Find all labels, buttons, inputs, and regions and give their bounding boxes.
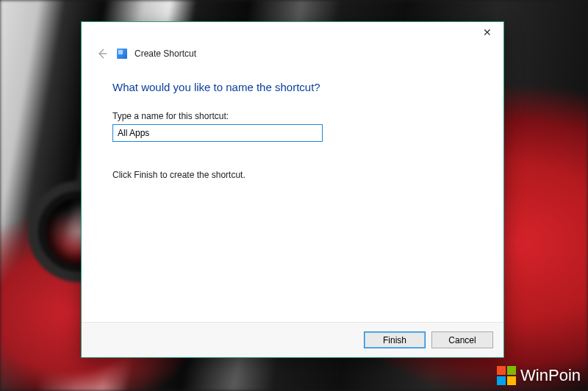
shortcut-name-input[interactable] — [112, 124, 323, 142]
cancel-button[interactable]: Cancel — [431, 331, 493, 348]
watermark-text: WinPoin — [520, 366, 581, 385]
window-title: Create Shortcut — [135, 49, 196, 59]
windows-logo-icon — [497, 366, 516, 385]
back-arrow-icon — [96, 48, 108, 60]
wizard-hint: Click Finish to create the shortcut. — [112, 170, 473, 180]
close-button[interactable]: ✕ — [471, 22, 503, 43]
wizard-heading: What would you like to name the shortcut… — [112, 81, 473, 93]
shortcut-wizard-icon — [117, 49, 127, 59]
input-label: Type a name for this shortcut: — [112, 111, 473, 121]
dialog-button-row: Finish Cancel — [82, 322, 503, 357]
create-shortcut-dialog: ✕ Create Shortcut What would you like to… — [81, 21, 504, 358]
dialog-content: What would you like to name the shortcut… — [82, 63, 503, 322]
titlebar: ✕ — [82, 22, 503, 44]
close-icon: ✕ — [483, 26, 492, 38]
watermark: WinPoin — [497, 366, 581, 385]
back-button[interactable] — [95, 46, 110, 61]
wizard-header: Create Shortcut — [82, 44, 503, 63]
finish-button[interactable]: Finish — [364, 331, 426, 348]
